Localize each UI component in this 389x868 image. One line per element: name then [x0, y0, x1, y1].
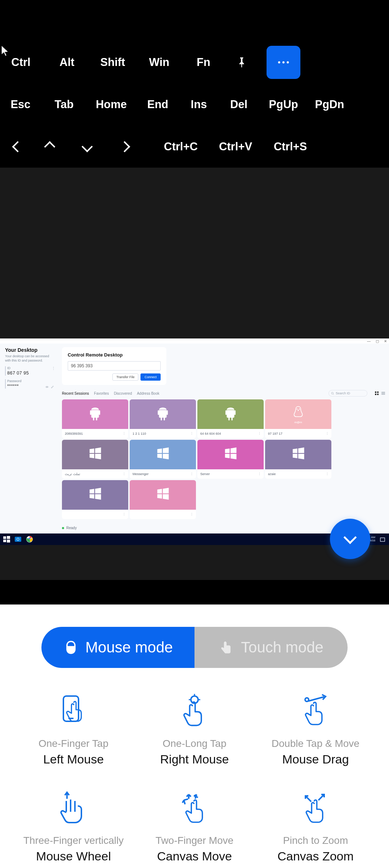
gesture-title: Mouse Drag — [282, 752, 349, 766]
remote-view-upper-blank[interactable] — [0, 168, 389, 338]
remote-desktop-view[interactable]: — ▢ ✕ Your Desktop Your desktop can be a… — [0, 338, 389, 580]
key-end[interactable]: End — [140, 88, 175, 121]
session-tabs: Recent Sessions Favorites Discovered Add… — [62, 390, 385, 397]
virtual-keyboard-toolbar: Ctrl Alt Shift Win Fn Esc Tab Home End I… — [0, 41, 389, 168]
mouse-icon — [63, 639, 79, 655]
gesture-title: Right Mouse — [160, 752, 229, 766]
tile-footer: azaie⋮ — [265, 469, 331, 479]
key-ins[interactable]: Ins — [183, 88, 215, 121]
tab-address-book[interactable]: Address Book — [137, 391, 159, 395]
key-arrow-down[interactable] — [68, 130, 106, 163]
help-sheet: Mouse mode Touch mode One-Finger TapLeft… — [0, 604, 389, 868]
windows-icon — [156, 487, 170, 501]
status-dot-icon — [62, 527, 64, 529]
tile-header — [62, 480, 128, 510]
remote-id-input[interactable]: 96 395 393 — [68, 361, 161, 371]
taskbar-start-icon[interactable] — [2, 535, 11, 544]
shortcut-save[interactable]: Ctrl+S — [267, 130, 313, 163]
connect-button[interactable]: Connect — [140, 373, 161, 381]
svg-point-24 — [305, 698, 309, 701]
gesture-subtitle: Two-Finger Move — [156, 835, 233, 846]
shortcut-paste[interactable]: Ctrl+V — [213, 130, 259, 163]
tile-menu-icon[interactable]: ⋮ — [190, 513, 193, 516]
id-value: 867 07 95 — [7, 371, 55, 376]
key-tab[interactable]: Tab — [47, 88, 81, 121]
session-tile[interactable]: 2089389391⋮ — [62, 399, 128, 438]
tile-menu-icon[interactable]: ⋮ — [190, 432, 193, 435]
svg-point-0 — [331, 392, 333, 394]
key-win[interactable]: Win — [141, 46, 177, 79]
list-view-icon[interactable] — [381, 391, 385, 395]
gesture-wheel-icon — [56, 788, 91, 827]
key-shift[interactable]: Shift — [93, 46, 133, 79]
key-arrow-left[interactable] — [4, 130, 31, 163]
eye-icon[interactable] — [45, 385, 49, 389]
svg-rect-10 — [7, 536, 10, 539]
svg-rect-5 — [377, 394, 379, 395]
key-pgdn[interactable]: PgDn — [309, 88, 350, 121]
tile-footer: 64 64 604 604⋮ — [197, 429, 264, 438]
grid-view-icon[interactable] — [375, 391, 379, 395]
session-tile[interactable]: Server⋮ — [197, 440, 264, 479]
tile-label: تملث تريث — [65, 472, 80, 476]
android-icon — [156, 406, 170, 421]
taskbar-tray-icon[interactable] — [378, 535, 387, 544]
tile-footer: Messenger⋮ — [130, 469, 196, 479]
gesture-subtitle: Double Tap & Move — [272, 738, 359, 749]
tile-menu-icon[interactable]: ⋮ — [258, 432, 261, 435]
windows-icon — [156, 447, 170, 461]
session-tile[interactable]: 64 64 604 604⋮ — [197, 399, 264, 438]
id-menu-icon[interactable]: ⋮ — [52, 366, 55, 371]
transfer-file-button[interactable]: Transfer File — [112, 373, 138, 381]
remote-app-window: — ▢ ✕ Your Desktop Your desktop can be a… — [0, 338, 389, 545]
session-tile[interactable]: ⋮ — [62, 480, 128, 519]
tab-recent-sessions[interactable]: Recent Sessions — [62, 391, 89, 395]
tile-label: 1 2 1 110 — [133, 432, 146, 435]
gesture-item: Pinch to ZoomCanvas Zoom — [255, 788, 376, 863]
key-arrow-right[interactable] — [106, 130, 143, 163]
session-tile[interactable]: m@m97 197 17⋮ — [265, 399, 331, 438]
taskbar-chrome-icon[interactable] — [25, 535, 34, 544]
key-alt[interactable]: Alt — [50, 46, 84, 79]
session-tile[interactable]: azaie⋮ — [265, 440, 331, 479]
tile-menu-icon[interactable]: ⋮ — [122, 513, 125, 516]
search-icon — [331, 392, 334, 395]
search-id-input[interactable]: Search ID — [328, 390, 367, 397]
key-del[interactable]: Del — [223, 88, 255, 121]
tab-discovered[interactable]: Discovered — [114, 391, 132, 395]
blank-separator — [0, 580, 389, 604]
tile-footer: تملث تريث⋮ — [62, 469, 128, 479]
maximize-icon[interactable]: ▢ — [376, 339, 379, 343]
gesture-item: Three-Finger verticallyMouse Wheel — [13, 788, 134, 863]
mouse-mode-button[interactable]: Mouse mode — [41, 627, 194, 668]
session-tile[interactable]: Messenger⋮ — [130, 440, 196, 479]
gesture-item: One-Long TapRight Mouse — [134, 691, 255, 766]
tile-footer: 1 2 1 110⋮ — [130, 429, 196, 438]
edit-icon[interactable] — [51, 385, 54, 389]
shortcut-copy[interactable]: Ctrl+C — [158, 130, 204, 163]
session-tile[interactable]: 1 2 1 110⋮ — [130, 399, 196, 438]
tile-menu-icon[interactable]: ⋮ — [122, 472, 125, 476]
tile-menu-icon[interactable]: ⋮ — [190, 472, 193, 476]
touch-mode-button[interactable]: Touch mode — [194, 627, 348, 668]
tile-menu-icon[interactable]: ⋮ — [258, 472, 261, 476]
tile-menu-icon[interactable]: ⋮ — [122, 432, 125, 435]
taskbar-outlook-icon[interactable]: O — [14, 535, 22, 544]
key-arrow-up[interactable] — [31, 130, 68, 163]
session-tile[interactable]: تملث تريث⋮ — [62, 440, 128, 479]
pin-button[interactable] — [227, 46, 256, 79]
key-pgup[interactable]: PgUp — [263, 88, 304, 121]
tile-menu-icon[interactable]: ⋮ — [326, 472, 328, 476]
tile-header — [130, 480, 196, 510]
key-home[interactable]: Home — [89, 88, 133, 121]
collapse-fab[interactable] — [330, 519, 370, 559]
close-icon[interactable]: ✕ — [384, 339, 387, 343]
tile-menu-icon[interactable]: ⋮ — [326, 432, 328, 435]
tab-favorites[interactable]: Favorites — [94, 391, 109, 395]
key-esc[interactable]: Esc — [4, 88, 37, 121]
key-fn[interactable]: Fn — [188, 46, 219, 79]
minimize-icon[interactable]: — — [367, 339, 371, 343]
svg-rect-3 — [377, 391, 379, 393]
session-tile[interactable]: ⋮ — [130, 480, 196, 519]
more-button[interactable] — [267, 46, 300, 79]
